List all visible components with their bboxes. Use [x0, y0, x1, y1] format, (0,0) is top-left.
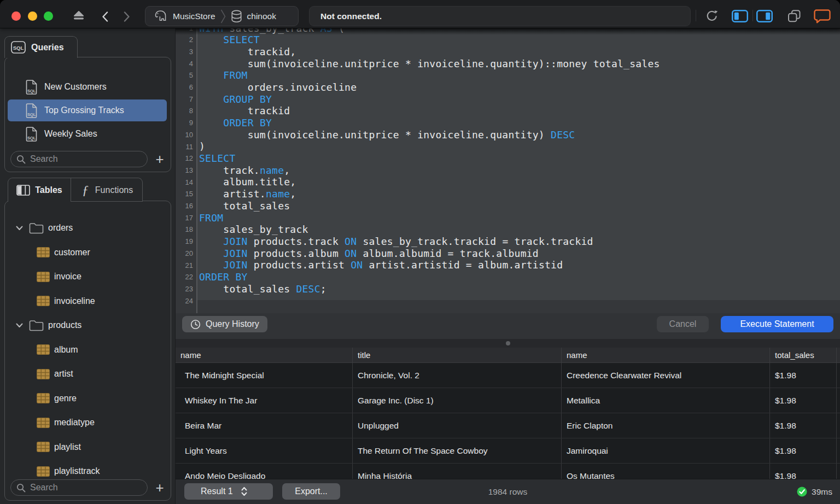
toggle-left-sidebar-icon[interactable] [732, 10, 748, 22]
column-header[interactable] [837, 348, 840, 362]
add-query-button[interactable]: + [153, 153, 166, 166]
splitter-handle[interactable] [176, 339, 840, 348]
table-cell[interactable]: $1.98 [770, 413, 837, 438]
table-row[interactable]: Beira MarUnpluggedEric Clapton$1.98 [176, 413, 840, 438]
tree-table-album[interactable]: album [5, 338, 171, 362]
table-cell[interactable]: Unplugged [353, 413, 562, 438]
table-cell[interactable]: $1.98 [770, 363, 837, 388]
table-cell[interactable]: Garage Inc. (Disc 1) [353, 388, 562, 413]
code-line[interactable]: ORDER BY [199, 271, 660, 283]
code-line[interactable]: SELECT [199, 153, 660, 165]
code-line[interactable]: ORDER BY [199, 117, 660, 129]
tree-table-playlist[interactable]: playlist [5, 435, 171, 460]
code-line[interactable]: SELECT [199, 34, 660, 46]
minimize-window-button[interactable] [28, 11, 37, 21]
table-cell[interactable]: Metallica [562, 388, 770, 413]
table-cell[interactable]: Light Years [176, 438, 353, 463]
column-header[interactable]: name [176, 348, 353, 362]
close-window-button[interactable] [11, 11, 21, 21]
table-cell[interactable]: Whiskey In The Jar [176, 388, 353, 413]
tree-table-invoice[interactable]: invoice [5, 265, 171, 289]
code-line[interactable]: JOIN products.track ON sales_by_track.tr… [199, 236, 660, 248]
forward-chevron-icon[interactable] [124, 11, 130, 22]
code-line[interactable]: track.name, [199, 165, 660, 177]
code-line[interactable]: FROM [199, 212, 660, 224]
tree-table-customer[interactable]: customer [5, 241, 171, 265]
table-cell[interactable]: $1.98 [770, 438, 837, 463]
code-line[interactable]: artist.name, [199, 188, 660, 200]
zoom-window-button[interactable] [44, 11, 53, 21]
table-cell[interactable]: Minha História [353, 464, 562, 479]
code-content[interactable]: WITH sales_by_track AS ( SELECT trackid,… [199, 28, 660, 307]
refresh-icon[interactable] [705, 9, 719, 22]
code-line[interactable]: FROM [199, 69, 660, 81]
toggle-right-sidebar-icon[interactable] [756, 10, 773, 22]
sql-editor[interactable]: 123456789101112131415161718192021222324 … [176, 28, 840, 313]
tab-functions[interactable]: ƒ Functions [71, 178, 142, 202]
tree-table-artist[interactable]: artist [5, 362, 171, 386]
tree-table-invoiceline[interactable]: invoiceline [5, 289, 171, 314]
table-cell[interactable]: Os Mutantes [562, 464, 770, 479]
query-item[interactable]: SQLWeekly Sales [8, 123, 167, 145]
table-cell[interactable]: The Midnight Special [176, 363, 353, 388]
code-line[interactable]: total_sales DESC; [199, 283, 660, 295]
chat-icon[interactable] [814, 9, 831, 24]
code-line[interactable]: trackid [199, 105, 660, 117]
code-line[interactable]: ) [199, 140, 660, 153]
table-cell[interactable]: Beira Mar [176, 413, 353, 438]
table-cell[interactable]: The Return Of The Space Cowboy [353, 438, 562, 463]
tables-search-input[interactable]: Search [10, 479, 148, 496]
code-line[interactable]: GROUP BY [199, 93, 660, 106]
result-selector[interactable]: Result 1 [184, 483, 273, 500]
table-cell[interactable]: Chronicle, Vol. 2 [353, 363, 562, 388]
table-cell[interactable]: Creedence Clearwater Revival [562, 363, 770, 388]
query-item[interactable]: SQLTop Grossing Tracks [8, 99, 167, 121]
tree-table-genre[interactable]: genre [5, 386, 171, 411]
back-chevron-icon[interactable] [102, 11, 108, 22]
table-row[interactable]: Whiskey In The JarGarage Inc. (Disc 1)Me… [176, 388, 840, 413]
queries-search-input[interactable]: Search [10, 151, 148, 167]
code-line[interactable]: JOIN products.album ON album.albumid = t… [199, 248, 660, 260]
code-line[interactable]: trackid, [199, 46, 660, 58]
table-cell[interactable]: $1.98 [770, 464, 837, 479]
eject-icon[interactable] [73, 10, 84, 21]
table-row[interactable]: Light YearsThe Return Of The Space Cowbo… [176, 438, 840, 464]
code-line[interactable]: JOIN products.artist ON artist.artistid … [199, 259, 660, 271]
breadcrumb-server[interactable]: MusicStore [173, 11, 215, 21]
tree-table-mediatype[interactable]: mediatype [5, 411, 171, 435]
table-cell[interactable] [837, 413, 840, 438]
code-line[interactable]: sum(invoiceline.unitprice * invoiceline.… [199, 58, 660, 70]
breadcrumb-database[interactable]: chinook [247, 11, 276, 21]
tab-tables[interactable]: Tables [8, 178, 71, 202]
column-header[interactable]: title [353, 348, 562, 362]
code-line[interactable]: album.title, [199, 176, 660, 188]
column-header[interactable]: name [562, 348, 770, 362]
cancel-button[interactable]: Cancel [657, 316, 709, 332]
chevron-down-icon[interactable] [16, 226, 23, 231]
table-cell[interactable]: Jamiroquai [562, 438, 770, 463]
table-cell[interactable]: Ando Meio Desligado [176, 464, 353, 479]
query-item[interactable]: SQLNew Customers [8, 76, 167, 98]
table-cell[interactable] [837, 363, 840, 388]
table-cell[interactable]: $1.98 [770, 388, 837, 413]
table-row[interactable]: Ando Meio DesligadoMinha HistóriaOs Muta… [176, 464, 840, 479]
table-cell[interactable]: Eric Clapton [562, 413, 770, 438]
query-history-button[interactable]: Query History [182, 316, 267, 332]
code-line[interactable]: orders.invoiceline [199, 81, 660, 93]
export-button[interactable]: Export... [282, 483, 340, 500]
windows-icon[interactable] [788, 10, 801, 22]
tab-queries[interactable]: SQL Queries [4, 36, 78, 58]
table-row[interactable]: The Midnight SpecialChronicle, Vol. 2Cre… [176, 363, 840, 388]
tree-folder-orders[interactable]: orders [5, 216, 171, 241]
execute-statement-button[interactable]: Execute Statement [721, 316, 833, 332]
add-table-button[interactable]: + [153, 481, 166, 494]
code-line[interactable]: total_sales [199, 200, 660, 212]
code-line[interactable]: sales_by_track [199, 224, 660, 236]
table-cell[interactable] [837, 388, 840, 413]
code-line[interactable]: sum(invoiceline.unitprice * invoiceline.… [199, 129, 660, 141]
column-header[interactable]: total_sales [770, 348, 837, 362]
tree-folder-products[interactable]: products [5, 313, 171, 338]
table-cell[interactable] [837, 464, 840, 479]
chevron-down-icon[interactable] [16, 323, 23, 328]
code-line[interactable] [199, 295, 660, 307]
